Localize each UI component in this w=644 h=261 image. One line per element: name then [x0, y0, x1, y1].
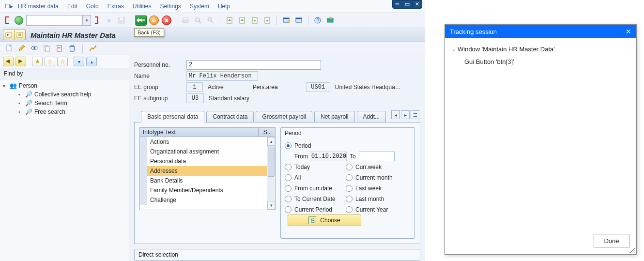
radio-today[interactable]: [285, 164, 291, 170]
menu-help[interactable]: Help: [218, 3, 230, 10]
period-group: Period Period From 01.10.2020: [280, 127, 415, 239]
tab-gross-net-payroll[interactable]: Gross/net payroll: [256, 111, 312, 122]
tree-search-term[interactable]: •🔎Search Term: [3, 99, 126, 107]
menu-system[interactable]: System: [190, 3, 209, 10]
scroll-up-icon[interactable]: ▴: [267, 137, 275, 146]
change-button[interactable]: [17, 44, 26, 53]
back-button[interactable]: Back (F3): [135, 15, 147, 26]
radio-fromcurr[interactable]: [285, 185, 291, 192]
layout-button[interactable]: [293, 15, 304, 26]
tree-free-search[interactable]: •🔎Free search: [3, 107, 126, 116]
help-button[interactable]: ?: [312, 15, 323, 26]
scroll-down-icon[interactable]: ▾: [267, 201, 275, 210]
infotype-row-personal-data[interactable]: Personal data✔: [140, 156, 275, 166]
last-page-button[interactable]: [262, 15, 273, 26]
svg-rect-32: [71, 46, 74, 46]
from-date-input[interactable]: 01.10.2020: [311, 152, 347, 161]
new-session-button[interactable]: ✚: [281, 15, 291, 26]
infotype-row-challenge[interactable]: Challenge: [140, 195, 275, 205]
find-by-tree: ▾👥Person •🔎Collective search help •🔎Sear…: [0, 79, 129, 118]
display-button[interactable]: [30, 44, 39, 53]
radio-currmonth[interactable]: [346, 174, 353, 181]
svg-rect-29: [46, 46, 49, 51]
window-restore[interactable]: ▭: [402, 0, 412, 8]
menu-utilities[interactable]: Utilities: [133, 3, 152, 10]
window-close[interactable]: ✕: [413, 0, 422, 8]
tracking-node-button[interactable]: Gui Button 'btn[3]': [452, 57, 629, 66]
infotype-row-actions[interactable]: Actions✔: [140, 137, 275, 147]
prev-page-button[interactable]: [237, 15, 247, 26]
customize-button[interactable]: [325, 15, 336, 26]
command-input[interactable]: [26, 15, 83, 26]
overview-button[interactable]: [89, 44, 97, 53]
to-date-input[interactable]: [359, 152, 395, 161]
find-button[interactable]: [193, 15, 203, 26]
direct-selection-label: Direct selection: [138, 251, 178, 258]
infotype-row-family[interactable]: Family Member/Dependents✔: [140, 185, 275, 195]
copy-button[interactable]: [43, 44, 51, 53]
nav-next-button[interactable]: ⯈: [15, 57, 26, 66]
fav-list-button[interactable]: ☆: [45, 57, 55, 66]
tree-expand-button[interactable]: ▾: [74, 57, 84, 66]
menu-edit[interactable]: Edit: [67, 3, 77, 10]
tree-collective-search[interactable]: •🔎Collective search help: [3, 90, 126, 99]
svg-rect-1: [120, 17, 123, 20]
exit-button[interactable]: ✿: [149, 15, 159, 26]
personnel-no-input[interactable]: 2: [186, 60, 321, 70]
tab-net-payroll[interactable]: Net payroll: [314, 111, 354, 122]
delete-button[interactable]: [68, 44, 77, 53]
command-history-dropdown[interactable]: ▾: [83, 15, 91, 26]
save-button[interactable]: [116, 15, 127, 26]
infotype-scrollbar[interactable]: ▴ ▾: [267, 137, 275, 210]
chevron-left-icon[interactable]: «: [104, 15, 114, 26]
infotype-header-status[interactable]: S..: [259, 128, 275, 137]
tab-basic-personal-data[interactable]: Basic personal data: [141, 111, 204, 122]
tracking-node-window[interactable]: ⌄Window 'Maintain HR Master Data': [452, 44, 629, 54]
choose-button[interactable]: ⎘ Choose: [288, 215, 361, 226]
menu-extras[interactable]: Extras: [107, 3, 124, 10]
radio-tocurr[interactable]: [285, 196, 291, 202]
radio-currperiod[interactable]: [285, 206, 291, 213]
create-button[interactable]: [5, 44, 14, 53]
fav-add-button[interactable]: ★: [32, 57, 43, 66]
print-button[interactable]: [180, 15, 191, 26]
infotype-row-bank-details[interactable]: Bank Details✔: [140, 176, 275, 185]
menu-dropdown-icon[interactable]: ☐▸: [5, 3, 13, 10]
infotype-row-org-assignment[interactable]: Organizational assignment✔: [140, 147, 275, 156]
fav-del-button[interactable]: ☆: [57, 57, 68, 66]
radio-period[interactable]: [285, 142, 291, 149]
svg-rect-3: [184, 17, 187, 20]
svg-text:✚: ✚: [287, 19, 290, 24]
nav-prev-button[interactable]: ⯇: [3, 57, 14, 66]
cancel-button[interactable]: ✖: [161, 15, 172, 26]
find-next-button[interactable]: +: [205, 15, 216, 26]
tree-collapse-button[interactable]: ▴: [86, 57, 97, 66]
infotype-header-text[interactable]: Infotype Text: [140, 128, 259, 137]
tab-additional[interactable]: Addt...: [357, 111, 386, 122]
menu-settings[interactable]: Settings: [160, 3, 181, 10]
tab-scroll-left[interactable]: ◂: [391, 110, 400, 119]
tracking-close-icon[interactable]: ✕: [626, 28, 631, 35]
radio-lastmonth[interactable]: [346, 196, 353, 202]
window-minimize[interactable]: ━: [393, 0, 402, 8]
infotype-row-addresses[interactable]: Addresses✔: [140, 166, 275, 176]
radio-lastweek[interactable]: [346, 185, 353, 192]
delimit-button[interactable]: [55, 44, 64, 53]
tab-contract-data[interactable]: Contract data: [206, 111, 254, 122]
title-icon-left[interactable]: [3, 30, 15, 40]
tab-scroll-right[interactable]: ▸: [401, 110, 410, 119]
next-page-button[interactable]: [249, 15, 260, 26]
tab-list-button[interactable]: ☰: [411, 110, 419, 119]
resize-grip-icon[interactable]: [629, 247, 635, 253]
radio-curryear[interactable]: [346, 206, 353, 213]
content-area: Personnel no. 2 Name Mr Felix Henderson …: [129, 55, 425, 261]
first-page-button[interactable]: [224, 15, 235, 26]
done-button[interactable]: Done: [594, 234, 629, 247]
radio-all[interactable]: [285, 174, 291, 181]
title-icon-right[interactable]: [15, 30, 26, 40]
menu-hr-master-data[interactable]: HR master data: [18, 3, 59, 10]
radio-currweek[interactable]: [346, 164, 353, 170]
tree-root-person[interactable]: ▾👥Person: [3, 81, 126, 90]
menu-goto[interactable]: Goto: [86, 3, 99, 10]
enter-button[interactable]: [15, 16, 23, 25]
